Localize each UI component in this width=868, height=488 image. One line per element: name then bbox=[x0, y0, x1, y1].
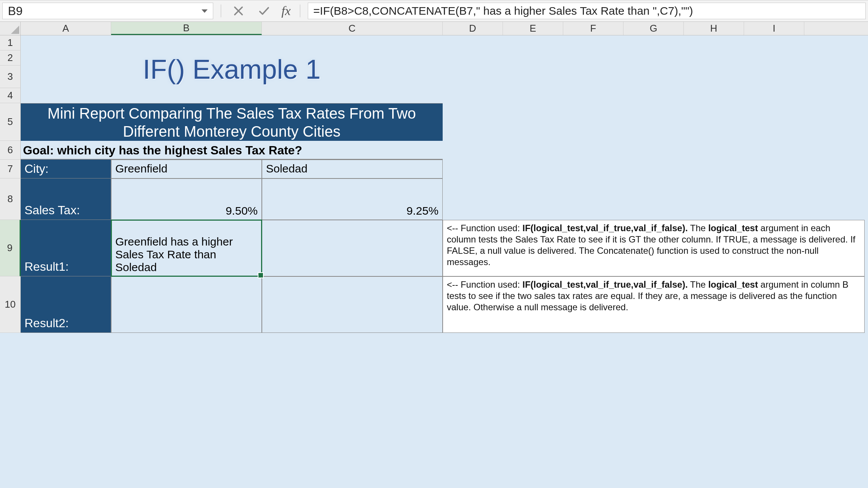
formula-input[interactable]: =IF(B8>C8,CONCATENATE(B7," has a higher … bbox=[308, 3, 866, 19]
note-text: The bbox=[688, 279, 708, 290]
note-row10[interactable]: <-- Function used: IF(logical_test,val_i… bbox=[443, 276, 865, 333]
cell-C10[interactable] bbox=[262, 276, 443, 333]
column-header-row: A B C D E F G H I bbox=[0, 22, 868, 35]
row-header-6[interactable]: 6 bbox=[0, 141, 21, 160]
separator bbox=[221, 5, 221, 17]
blank[interactable] bbox=[443, 66, 865, 88]
col-header-B[interactable]: B bbox=[111, 22, 262, 35]
row-header-1[interactable]: 1 bbox=[0, 35, 21, 50]
label-city[interactable]: City: bbox=[21, 160, 111, 178]
col-header-F[interactable]: F bbox=[563, 22, 623, 35]
title-text: IF() Example 1 bbox=[143, 54, 321, 85]
separator bbox=[300, 5, 300, 17]
note-text: The bbox=[688, 223, 708, 233]
note-bold: logical_test bbox=[708, 223, 758, 233]
note-bold: IF(logical_test,val_if_true,val_if_false… bbox=[523, 279, 688, 290]
row-header-8[interactable]: 8 bbox=[0, 178, 21, 220]
cell-C9[interactable] bbox=[262, 220, 443, 276]
col-header-D[interactable]: D bbox=[443, 22, 503, 35]
row-header-7[interactable]: 7 bbox=[0, 160, 21, 178]
blank[interactable] bbox=[443, 160, 865, 178]
col-header-A[interactable]: A bbox=[21, 22, 111, 35]
formula-text: =IF(B8>C8,CONCATENATE(B7," has a higher … bbox=[313, 5, 693, 17]
note-bold: logical_test bbox=[708, 279, 758, 290]
row-header-4[interactable]: 4 bbox=[0, 88, 21, 103]
worksheet[interactable]: A B C D E F G H I 1 2 3 4 5 6 7 8 9 10 I… bbox=[0, 22, 868, 488]
col-header-C[interactable]: C bbox=[262, 22, 443, 35]
row-header-10[interactable]: 10 bbox=[0, 276, 21, 333]
col-header-I[interactable]: I bbox=[744, 22, 804, 35]
row-header-3[interactable]: 3 bbox=[0, 66, 21, 88]
goal-cell[interactable]: Goal: which city has the highest Sales T… bbox=[21, 141, 443, 160]
cell-B8[interactable]: 9.50% bbox=[111, 178, 262, 220]
note-text: <-- Function used: bbox=[447, 279, 523, 290]
note-bold: IF(logical_test,val_if_true,val_if_false… bbox=[523, 223, 688, 233]
name-box[interactable]: B9 bbox=[2, 3, 213, 19]
col-header-E[interactable]: E bbox=[503, 22, 563, 35]
title-cell[interactable]: IF() Example 1 bbox=[21, 35, 443, 103]
cell-B10[interactable] bbox=[111, 276, 262, 333]
blank[interactable] bbox=[443, 178, 865, 220]
cancel-button[interactable] bbox=[230, 3, 247, 19]
cell-B9[interactable]: Greenfield has a higher Sales Tax Rate t… bbox=[111, 220, 262, 276]
blank[interactable] bbox=[443, 103, 865, 141]
col-header-H[interactable]: H bbox=[684, 22, 744, 35]
chevron-down-icon[interactable] bbox=[202, 9, 208, 13]
formula-bar-buttons: fx bbox=[213, 0, 308, 21]
blank[interactable] bbox=[443, 88, 865, 103]
label-result1[interactable]: Result1: bbox=[21, 220, 111, 276]
blank-area[interactable] bbox=[0, 333, 868, 483]
subtitle-cell[interactable]: Mini Report Comparing The Sales Tax Rate… bbox=[21, 103, 443, 141]
row-header-5[interactable]: 5 bbox=[0, 103, 21, 141]
note-text: <-- Function used: bbox=[447, 223, 523, 233]
row-header-9[interactable]: 9 bbox=[0, 220, 21, 276]
label-result2[interactable]: Result2: bbox=[21, 276, 111, 333]
blank[interactable] bbox=[443, 141, 865, 160]
col-header-G[interactable]: G bbox=[623, 22, 684, 35]
label-salestax[interactable]: Sales Tax: bbox=[21, 178, 111, 220]
cell-C7[interactable]: Soledad bbox=[262, 160, 443, 178]
select-all-corner[interactable] bbox=[0, 22, 21, 35]
enter-button[interactable] bbox=[256, 3, 272, 19]
row-header-2[interactable]: 2 bbox=[0, 50, 21, 66]
blank[interactable] bbox=[443, 35, 865, 50]
formula-bar: B9 fx =IF(B8>C8,CONCATENATE(B7," has a h… bbox=[0, 0, 868, 22]
blank[interactable] bbox=[443, 50, 865, 66]
grid-body: 1 2 3 4 5 6 7 8 9 10 IF() Example 1 Mini… bbox=[0, 35, 868, 333]
fx-icon[interactable]: fx bbox=[281, 4, 291, 18]
name-box-value: B9 bbox=[8, 4, 23, 18]
cell-C8[interactable]: 9.25% bbox=[262, 178, 443, 220]
note-row9[interactable]: <-- Function used: IF(logical_test,val_i… bbox=[443, 220, 865, 276]
cell-B7[interactable]: Greenfield bbox=[111, 160, 262, 178]
